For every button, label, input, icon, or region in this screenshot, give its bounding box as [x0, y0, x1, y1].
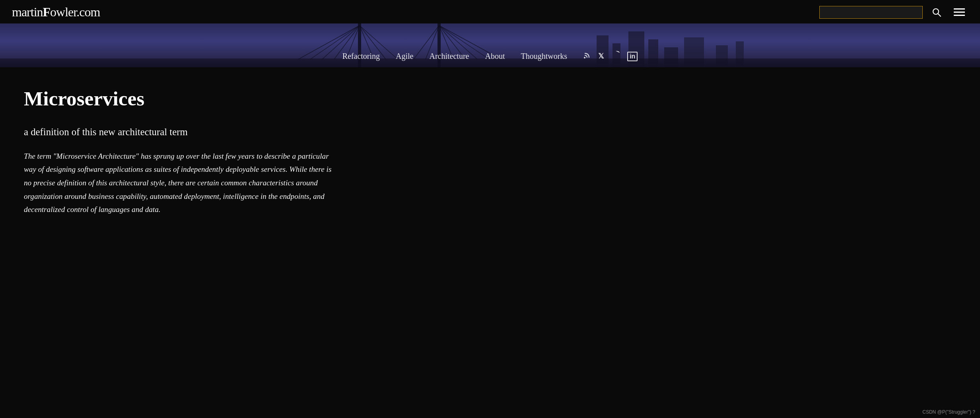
header-right-controls	[819, 6, 968, 19]
rss-icon[interactable]	[583, 51, 591, 61]
nav-link-architecture[interactable]: Architecture	[430, 52, 469, 61]
twitter-icon[interactable]: 𝕏	[598, 52, 604, 60]
search-icon	[932, 8, 941, 17]
svg-line-1	[938, 14, 941, 16]
menu-bar-1	[954, 8, 965, 10]
menu-bar-3	[954, 15, 965, 16]
nav-link-thoughtworks[interactable]: Thoughtworks	[521, 52, 567, 61]
social-links: 𝕏 in	[583, 51, 638, 62]
nav-link-about[interactable]: About	[485, 52, 505, 61]
nav-links-container: Refactoring Agile Architecture About Tho…	[342, 52, 567, 61]
site-header: martinFowler.com	[0, 0, 980, 67]
article-subtitle: a definition of this new architectural t…	[24, 126, 334, 138]
article-body: The term "Microservice Architecture" has…	[24, 150, 334, 216]
hero-banner: Refactoring Agile Architecture About Tho…	[0, 23, 980, 67]
watermark: CSDN @P("Struggler") ?	[922, 409, 975, 415]
search-button[interactable]	[929, 6, 944, 18]
site-logo[interactable]: martinFowler.com	[12, 5, 100, 19]
search-input[interactable]	[819, 6, 923, 19]
menu-button[interactable]	[951, 7, 968, 17]
mastodon-icon[interactable]	[611, 51, 620, 62]
main-content: Microservices a definition of this new a…	[0, 67, 358, 240]
menu-bar-2	[954, 12, 965, 13]
article-title: Microservices	[24, 87, 334, 111]
logo-text-suffix: owler.com	[50, 5, 100, 19]
svg-point-29	[584, 57, 585, 58]
main-navigation: Refactoring Agile Architecture About Tho…	[0, 46, 980, 67]
linkedin-icon[interactable]: in	[627, 52, 638, 61]
header-top-bar: martinFowler.com	[0, 0, 980, 23]
logo-text-plain: martin	[12, 5, 43, 19]
nav-link-refactoring[interactable]: Refactoring	[342, 52, 380, 61]
nav-link-agile[interactable]: Agile	[396, 52, 413, 61]
logo-text-bold: F	[43, 5, 51, 19]
